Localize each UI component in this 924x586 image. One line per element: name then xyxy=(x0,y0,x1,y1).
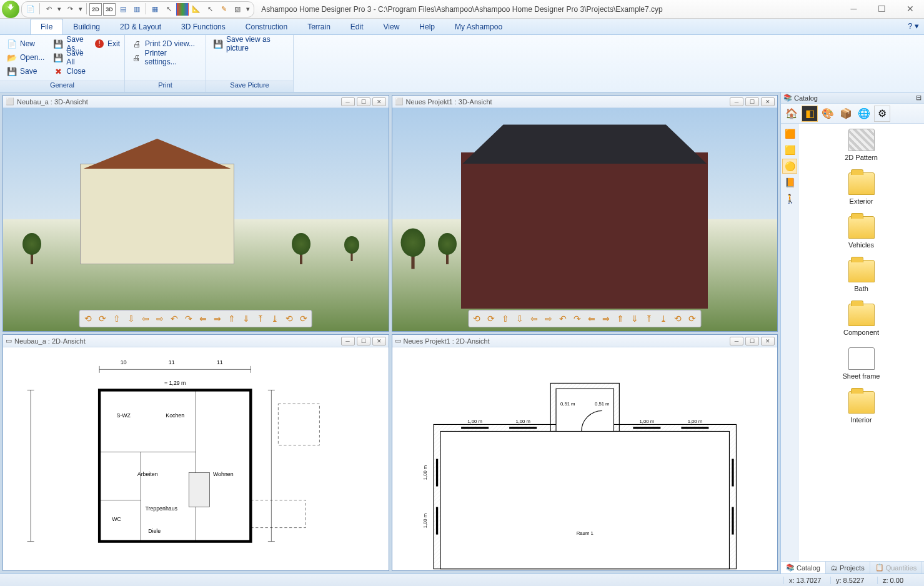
tab-view[interactable]: View xyxy=(374,19,410,34)
view-maximize-button[interactable]: ☐ xyxy=(745,97,759,106)
nav-arrow-7[interactable]: ↷ xyxy=(182,312,196,325)
qat-undo-dropdown[interactable]: ▾ xyxy=(56,3,62,16)
nav-arrow-15[interactable]: ⟳ xyxy=(297,312,310,325)
catalog-item-interior[interactable]: Interior xyxy=(833,391,890,424)
qat-redo-icon[interactable]: ↷ xyxy=(64,3,76,16)
help-icon[interactable]: ? ▾ xyxy=(908,21,919,31)
catalog-globe-icon[interactable]: 🌐 xyxy=(856,106,872,122)
viewport-2d[interactable]: 1,00 m1,00 m 0,51 m0,51 m 1,00 m1,00 m 1… xyxy=(392,347,778,570)
tab-construction[interactable]: Construction xyxy=(236,19,297,34)
nav-arrow-7[interactable]: ↷ xyxy=(570,312,584,325)
qat-dropdown-icon[interactable]: ▾ xyxy=(245,3,251,16)
catalog-item-bath[interactable]: Bath xyxy=(833,260,890,292)
nav-arrow-15[interactable]: ⟳ xyxy=(685,312,699,325)
nav-arrow-3[interactable]: ⇩ xyxy=(124,312,138,325)
cat-tab-person-icon[interactable]: 🚶 xyxy=(782,191,797,206)
viewport-2d[interactable]: S-WZ Kochen Arbeiten Wohnen WC Treppenha… xyxy=(3,347,389,570)
nav-arrow-0[interactable]: ⟲ xyxy=(470,312,484,325)
catalog-3d-icon[interactable]: ◧ xyxy=(802,106,818,122)
tab-3d-functions[interactable]: 3D Functions xyxy=(171,19,236,34)
printer-settings-button[interactable]: 🖨Printer settings... xyxy=(129,51,202,64)
qat-2d-icon[interactable]: 2D xyxy=(89,3,102,16)
catalog-item-2d-pattern[interactable]: 2D Pattern xyxy=(833,129,890,161)
qat-arrow-icon[interactable]: ↖ xyxy=(204,3,216,16)
tab-2d-layout[interactable]: 2D & Layout xyxy=(110,19,171,34)
save-view-picture-button[interactable]: 💾Save view as picture xyxy=(210,37,289,51)
close-file-button[interactable]: ✖Close xyxy=(50,64,89,78)
save-button[interactable]: 💾Save xyxy=(4,64,47,78)
qat-colors-icon[interactable] xyxy=(176,3,189,16)
nav-arrow-13[interactable]: ⤓ xyxy=(268,312,282,325)
viewport-3d[interactable]: ⟲⟳⇧⇩⇦⇨↶↷⇐⇒⇑⇓⤒⤓⟲⟳ xyxy=(3,108,389,331)
view-close-button[interactable]: ✕ xyxy=(761,97,775,106)
minimize-button[interactable]: ─ xyxy=(840,0,868,17)
qat-measure-icon[interactable]: 📐 xyxy=(190,3,202,16)
catalog-home-icon[interactable]: 🏠 xyxy=(783,106,800,122)
view-maximize-button[interactable]: ☐ xyxy=(357,337,370,345)
nav-arrow-1[interactable]: ⟳ xyxy=(484,312,498,325)
close-button[interactable]: ✕ xyxy=(896,0,924,17)
qat-redo-dropdown[interactable]: ▾ xyxy=(77,3,84,16)
maximize-button[interactable]: ☐ xyxy=(868,0,896,17)
view-minimize-button[interactable]: ─ xyxy=(730,97,743,106)
view-maximize-button[interactable]: ☐ xyxy=(745,337,759,345)
catalog-tab-quantities[interactable]: 📋Quantities xyxy=(870,562,923,574)
save-all-button[interactable]: 💾Save All xyxy=(50,51,89,64)
catalog-item-component[interactable]: Component xyxy=(833,304,890,336)
view-minimize-button[interactable]: ─ xyxy=(341,337,355,345)
qat-grid-icon[interactable]: ▦ xyxy=(149,3,161,16)
open-button[interactable]: 📂Open... xyxy=(4,51,47,64)
catalog-tab-projects[interactable]: 🗂Projects xyxy=(826,562,870,574)
new-button[interactable]: 📄New xyxy=(4,37,47,51)
nav-arrow-1[interactable]: ⟳ xyxy=(96,312,109,325)
catalog-item-vehicles[interactable]: Vehicles xyxy=(833,216,890,249)
catalog-tab-catalog[interactable]: 📚Catalog xyxy=(781,562,826,574)
nav-arrow-4[interactable]: ⇦ xyxy=(139,312,152,325)
nav-arrow-8[interactable]: ⇐ xyxy=(585,312,599,325)
qat-layers-icon[interactable]: ▧ xyxy=(231,3,244,16)
view-close-button[interactable]: ✕ xyxy=(761,337,775,345)
qat-new-icon[interactable]: 📄 xyxy=(24,3,37,16)
view-close-button[interactable]: ✕ xyxy=(372,337,386,345)
tab-file[interactable]: File xyxy=(30,19,63,34)
nav-arrow-9[interactable]: ⇒ xyxy=(599,312,613,325)
catalog-materials-icon[interactable]: 📦 xyxy=(838,106,854,122)
nav-arrow-11[interactable]: ⇓ xyxy=(628,312,642,325)
exit-button[interactable]: !Exit xyxy=(91,37,123,51)
nav-arrow-14[interactable]: ⟲ xyxy=(671,312,685,325)
tab-help[interactable]: Help xyxy=(409,19,445,34)
nav-arrow-4[interactable]: ⇦ xyxy=(527,312,541,325)
qat-cursor-icon[interactable]: ↖ xyxy=(162,3,175,16)
qat-elevation-icon[interactable]: ▥ xyxy=(131,3,143,16)
nav-arrow-10[interactable]: ⇑ xyxy=(225,312,239,325)
nav-arrow-5[interactable]: ⇨ xyxy=(542,312,555,325)
tab-edit[interactable]: Edit xyxy=(340,19,374,34)
nav-arrow-12[interactable]: ⤒ xyxy=(642,312,656,325)
nav-arrow-3[interactable]: ⇩ xyxy=(513,312,527,325)
qat-undo-icon[interactable]: ↶ xyxy=(42,3,55,16)
catalog-textures-icon[interactable]: 🎨 xyxy=(820,106,836,122)
catalog-item-exterior[interactable]: Exterior xyxy=(833,172,890,205)
view-minimize-button[interactable]: ─ xyxy=(730,337,743,345)
qat-tool-icon[interactable]: ✎ xyxy=(217,3,230,16)
catalog-settings-icon[interactable]: ⚙ xyxy=(874,106,890,122)
cat-tab-4-icon[interactable]: 📙 xyxy=(782,175,797,190)
tab-building[interactable]: Building xyxy=(63,19,110,34)
cat-tab-3-icon[interactable]: 🟡 xyxy=(782,159,797,174)
cat-tab-1-icon[interactable]: 🟧 xyxy=(782,126,797,141)
tab-my-ashampoo[interactable]: My Ashampoo xyxy=(445,19,512,34)
nav-arrow-2[interactable]: ⇧ xyxy=(499,312,512,325)
nav-arrow-6[interactable]: ↶ xyxy=(167,312,181,325)
nav-arrow-5[interactable]: ⇨ xyxy=(153,312,167,325)
nav-arrow-10[interactable]: ⇑ xyxy=(614,312,627,325)
nav-arrow-6[interactable]: ↶ xyxy=(556,312,570,325)
qat-section-icon[interactable]: ▤ xyxy=(117,3,129,16)
cat-tab-2-icon[interactable]: 🟨 xyxy=(782,142,797,157)
view-minimize-button[interactable]: ─ xyxy=(341,97,355,106)
catalog-item-sheet-frame[interactable]: Sheet frame xyxy=(833,347,890,380)
nav-arrow-11[interactable]: ⇓ xyxy=(239,312,253,325)
qat-3d-icon[interactable]: 3D xyxy=(103,3,116,16)
nav-arrow-14[interactable]: ⟲ xyxy=(282,312,296,325)
nav-arrow-13[interactable]: ⤓ xyxy=(657,312,670,325)
nav-arrow-9[interactable]: ⇒ xyxy=(211,312,224,325)
